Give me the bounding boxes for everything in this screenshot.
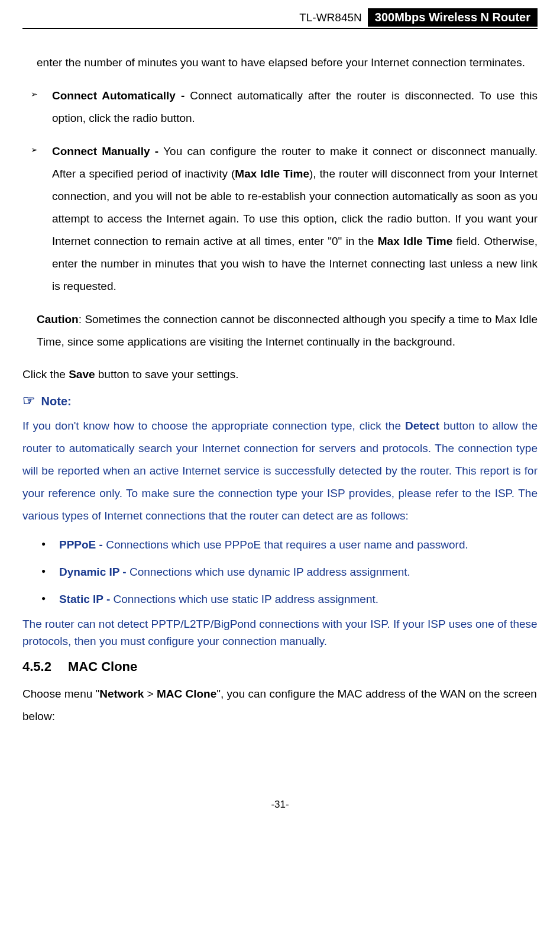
save-instruction: Click the Save button to save your setti…: [22, 364, 538, 385]
list-item-dynamic-ip: Dynamic IP - Connections which use dynam…: [22, 562, 538, 583]
conn-label: PPPoE -: [59, 538, 106, 551]
header-title: 300Mbps Wireless N Router: [368, 8, 538, 27]
bold-inline: Max Idle Time: [235, 167, 309, 180]
page-header: TL-WR845N 300Mbps Wireless N Router: [22, 8, 538, 29]
list-item-connect-auto: Connect Automatically - Connect automati…: [22, 85, 538, 130]
note-tail: The router can not detect PPTP/L2TP/BigP…: [22, 616, 538, 650]
bold-inline: Detect: [405, 420, 439, 432]
continued-paragraph: enter the number of minutes you want to …: [37, 51, 538, 74]
page-container: TL-WR845N 300Mbps Wireless N Router ente…: [0, 0, 560, 828]
text-span: button to allow the router to automatica…: [22, 420, 538, 522]
section-intro: Choose menu "Network > MAC Clone", you c…: [22, 683, 538, 728]
conn-text: Connections which use dynamic IP address…: [130, 566, 410, 578]
page-number: -31-: [22, 799, 538, 811]
text-span: button to save your settings.: [95, 368, 239, 380]
connection-type-list: PPPoE - Connections which use PPPoE that…: [22, 534, 538, 610]
conn-label: Dynamic IP -: [59, 566, 130, 578]
text-span: >: [144, 688, 157, 700]
section-heading: 4.5.2MAC Clone: [22, 659, 538, 675]
text-span: If you don't know how to choose the appr…: [22, 420, 405, 432]
list-item-connect-manual: Connect Manually - You can configure the…: [22, 140, 538, 298]
bold-inline: Network: [99, 688, 144, 700]
list-item-static-ip: Static IP - Connections which use static…: [22, 589, 538, 610]
caution-paragraph: Caution: Sometimes the connection cannot…: [37, 308, 538, 353]
note-body: If you don't know how to choose the appr…: [22, 415, 538, 527]
option-list: Connect Automatically - Connect automati…: [22, 85, 538, 298]
text-span: Click the: [22, 368, 69, 380]
option-label: Connect Manually -: [52, 145, 163, 157]
option-label: Connect Automatically -: [52, 89, 190, 102]
bold-inline: Max Idle Time: [378, 235, 453, 247]
text-span: Choose menu ": [22, 688, 99, 700]
conn-label: Static IP -: [59, 593, 114, 605]
list-item-pppoe: PPPoE - Connections which use PPPoE that…: [22, 534, 538, 556]
bold-inline: Save: [69, 368, 95, 380]
caution-label: Caution: [37, 313, 79, 325]
section-title: MAC Clone: [68, 659, 137, 674]
bold-inline: MAC Clone: [157, 688, 216, 700]
conn-text: Connections which use PPPoE that require…: [106, 538, 468, 551]
section-number: 4.5.2: [22, 659, 51, 674]
conn-text: Connections which use static IP address …: [114, 593, 379, 605]
header-model: TL-WR845N: [293, 9, 368, 26]
pointing-hand-icon: ☞: [22, 392, 35, 408]
note-heading: ☞ Note:: [22, 392, 538, 409]
note-heading-text: Note:: [41, 395, 72, 408]
caution-text: : Sometimes the connection cannot be dis…: [37, 313, 538, 348]
